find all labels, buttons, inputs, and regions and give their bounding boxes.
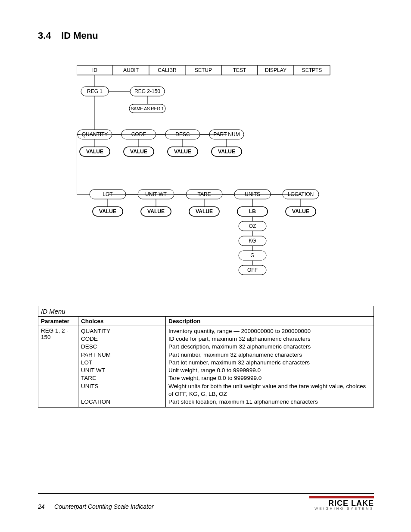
col-choices: Choices [78, 317, 166, 326]
section-heading: 3.4 ID Menu [38, 30, 374, 41]
id-menu-table: ID Menu Parameter Choices Description RE… [38, 306, 374, 408]
svg-text:VALUE: VALUE [196, 208, 213, 215]
svg-text:OFF: OFF [247, 267, 258, 273]
logo-sub: WEIGHING SYSTEMS [309, 507, 374, 510]
doc-title: Counterpart Counting Scale Indicator [54, 503, 153, 510]
svg-text:VALUE: VALUE [147, 208, 165, 215]
svg-text:VALUE: VALUE [99, 208, 116, 215]
logo: RICE LAKE WEIGHING SYSTEMS [309, 496, 374, 510]
svg-text:AUDIT: AUDIT [123, 67, 139, 73]
page-number: 24 [38, 503, 45, 510]
svg-text:VALUE: VALUE [292, 208, 309, 215]
svg-text:CALIBR: CALIBR [158, 67, 177, 73]
svg-text:REG 1: REG 1 [87, 88, 103, 94]
col-description: Description [166, 317, 374, 326]
menu-diagram: IDAUDITCALIBRSETUPTESTDISPLAYSETPTS REG … [77, 63, 374, 289]
svg-text:OZ: OZ [249, 223, 256, 229]
col-parameter: Parameter [38, 317, 78, 326]
svg-text:VALUE: VALUE [86, 149, 103, 155]
svg-text:VALUE: VALUE [174, 149, 191, 155]
svg-text:SAME AS REG 1: SAME AS REG 1 [131, 106, 164, 111]
section-title: ID Menu [61, 30, 98, 41]
svg-text:G: G [250, 252, 254, 258]
svg-text:ID: ID [92, 67, 97, 73]
svg-text:VALUE: VALUE [218, 149, 235, 155]
svg-text:LB: LB [249, 208, 256, 215]
svg-text:DISPLAY: DISPLAY [265, 67, 286, 73]
choices-cell: QUANTITY CODE DESC PART NUM LOT UNIT WT … [78, 326, 166, 408]
svg-text:TEST: TEST [233, 67, 246, 73]
svg-text:SETPTS: SETPTS [302, 67, 322, 73]
svg-text:VALUE: VALUE [130, 149, 147, 155]
svg-text:REG 2-150: REG 2-150 [134, 88, 160, 94]
logo-bar-icon [309, 496, 374, 498]
table-caption: ID Menu [38, 306, 374, 317]
logo-name: RICE LAKE [309, 499, 374, 507]
section-number: 3.4 [38, 30, 59, 41]
desc-cell: Inventory quantity, range — 2000000000 t… [166, 326, 374, 408]
svg-text:SETUP: SETUP [195, 67, 212, 73]
page-footer: 24 Counterpart Counting Scale Indicator … [38, 493, 374, 510]
svg-text:KG: KG [249, 238, 256, 244]
param-cell: REG 1, 2 - 150 [38, 326, 78, 408]
